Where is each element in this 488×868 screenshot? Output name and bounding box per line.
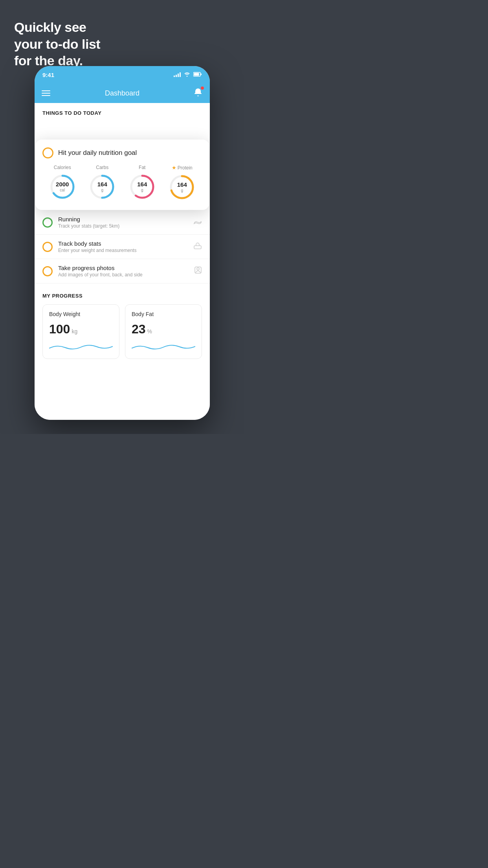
mini-chart bbox=[132, 340, 195, 352]
phone-frame: 9:41 bbox=[35, 66, 210, 420]
battery-icon bbox=[193, 72, 202, 77]
notification-button[interactable] bbox=[193, 83, 203, 103]
macro-item-calories: Calories 2000 cal bbox=[48, 165, 77, 201]
svg-rect-1 bbox=[194, 73, 199, 76]
status-bar: 9:41 bbox=[35, 66, 210, 83]
progress-number: 100 bbox=[49, 322, 70, 337]
todo-action-icon bbox=[193, 242, 202, 252]
nutrition-card-header: Hit your daily nutrition goal bbox=[42, 147, 202, 158]
todo-subtitle: Add images of your front, back, and side bbox=[58, 272, 194, 278]
status-icons bbox=[174, 72, 202, 78]
hero-line1: Quickly see bbox=[14, 19, 100, 36]
macro-label: Fat bbox=[139, 165, 145, 170]
macro-label: ★Protein bbox=[172, 165, 193, 171]
macro-number: 164 bbox=[97, 181, 107, 188]
todo-subtitle: Enter your weight and measurements bbox=[58, 248, 193, 253]
todo-circle bbox=[42, 242, 53, 252]
macro-value-text: 164 g bbox=[137, 181, 147, 192]
todo-text: Track body stats Enter your weight and m… bbox=[58, 240, 193, 253]
todo-text: Running Track your stats (target: 5km) bbox=[58, 216, 193, 229]
progress-number: 23 bbox=[132, 322, 146, 337]
nutrition-macros: Calories 2000 cal Carbs 164 g Fat bbox=[42, 165, 202, 201]
todo-action-icon bbox=[194, 266, 202, 276]
signal-icon bbox=[174, 72, 181, 77]
hero-line2: your to-do list bbox=[14, 36, 100, 53]
hamburger-menu[interactable] bbox=[42, 90, 50, 96]
wifi-icon bbox=[184, 72, 190, 78]
nutrition-card[interactable]: Hit your daily nutrition goal Calories 2… bbox=[35, 140, 209, 210]
macro-label: Calories bbox=[54, 165, 71, 170]
todo-title: Running bbox=[58, 216, 193, 223]
todo-circle bbox=[42, 266, 53, 276]
macro-unit: cal bbox=[56, 188, 69, 192]
svg-rect-2 bbox=[201, 74, 202, 75]
todo-subtitle: Track your stats (target: 5km) bbox=[58, 223, 193, 229]
macro-unit: g bbox=[137, 188, 147, 192]
todo-action-icon bbox=[193, 218, 202, 227]
todo-circle bbox=[42, 217, 53, 228]
macro-item-protein: ★Protein 164 g bbox=[168, 165, 196, 201]
macro-ring: 164 g bbox=[128, 173, 156, 201]
svg-rect-11 bbox=[194, 246, 201, 249]
todo-item[interactable]: Running Track your stats (target: 5km) bbox=[35, 210, 210, 235]
my-progress-title: MY PROGRESS bbox=[42, 293, 202, 299]
macro-item-carbs: Carbs 164 g bbox=[88, 165, 116, 201]
macro-unit: g bbox=[97, 188, 107, 192]
macro-ring: 164 g bbox=[88, 173, 116, 201]
nutrition-check-circle bbox=[42, 147, 53, 158]
progress-card-title: Body Fat bbox=[132, 311, 195, 317]
notification-dot bbox=[201, 86, 204, 90]
svg-point-13 bbox=[197, 268, 199, 270]
progress-unit: % bbox=[147, 328, 152, 335]
mini-chart bbox=[49, 340, 113, 352]
status-time: 9:41 bbox=[42, 72, 54, 78]
todo-title: Take progress photos bbox=[58, 265, 194, 271]
todo-list: Running Track your stats (target: 5km) T… bbox=[35, 210, 210, 283]
macro-value-text: 164 g bbox=[177, 182, 187, 193]
progress-cards: Body Weight 100 kg Body Fat 23 % bbox=[42, 304, 202, 359]
progress-card-body-weight[interactable]: Body Weight 100 kg bbox=[42, 304, 119, 359]
macro-number: 164 bbox=[137, 181, 147, 188]
macro-value-text: 164 g bbox=[97, 181, 107, 192]
todo-item[interactable]: Take progress photos Add images of your … bbox=[35, 259, 210, 283]
todo-text: Take progress photos Add images of your … bbox=[58, 265, 194, 278]
nutrition-card-title: Hit your daily nutrition goal bbox=[58, 149, 137, 157]
macro-number: 164 bbox=[177, 182, 187, 188]
my-progress-section: MY PROGRESS Body Weight 100 kg Body Fat … bbox=[35, 283, 210, 365]
macro-label: Carbs bbox=[96, 165, 108, 170]
progress-card-body-fat[interactable]: Body Fat 23 % bbox=[125, 304, 202, 359]
hero-text: Quickly see your to-do list for the day. bbox=[14, 19, 100, 69]
progress-value: 23 % bbox=[132, 322, 195, 337]
todo-title: Track body stats bbox=[58, 240, 193, 247]
star-icon: ★ bbox=[172, 165, 176, 171]
macro-item-fat: Fat 164 g bbox=[128, 165, 156, 201]
nav-bar: Dashboard bbox=[35, 83, 210, 103]
progress-value: 100 kg bbox=[49, 322, 113, 337]
macro-ring: 164 g bbox=[168, 173, 196, 201]
progress-chart bbox=[132, 340, 195, 352]
main-content: THINGS TO DO TODAY Hit your daily nutrit… bbox=[35, 103, 210, 420]
nav-title: Dashboard bbox=[105, 89, 139, 97]
progress-chart bbox=[49, 340, 113, 352]
macro-unit: g bbox=[177, 188, 187, 193]
macro-value-text: 2000 cal bbox=[56, 181, 69, 192]
todo-item[interactable]: Track body stats Enter your weight and m… bbox=[35, 235, 210, 259]
macro-number: 2000 bbox=[56, 181, 69, 188]
macro-ring: 2000 cal bbox=[48, 173, 77, 201]
things-to-do-header: THINGS TO DO TODAY bbox=[35, 103, 210, 120]
progress-unit: kg bbox=[72, 328, 77, 335]
progress-card-title: Body Weight bbox=[49, 311, 113, 317]
